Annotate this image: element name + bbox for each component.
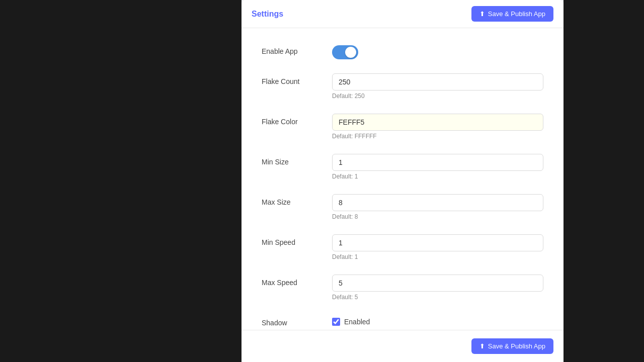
flake-color-hint: Default: FFFFFF (332, 133, 543, 140)
flake-color-input[interactable] (332, 114, 543, 131)
page-title: Settings (252, 10, 283, 19)
max-speed-label: Max Speed (262, 275, 332, 287)
shadow-checkbox-wrapper[interactable]: Enabled (332, 315, 543, 326)
save-publish-button-bottom[interactable]: ⬆ Save & Publish App (471, 338, 553, 354)
enable-app-toggle[interactable] (332, 45, 358, 59)
enable-app-row: Enable App (262, 43, 543, 59)
max-size-input[interactable] (332, 194, 543, 211)
max-speed-hint: Default: 5 (332, 294, 543, 301)
min-speed-control: Default: 1 (332, 234, 543, 260)
max-size-control: Default: 8 (332, 194, 543, 220)
max-size-label: Max Size (262, 194, 332, 206)
min-size-hint: Default: 1 (332, 173, 543, 180)
toggle-wrapper (332, 43, 543, 59)
save-icon-bottom: ⬆ (479, 342, 485, 350)
min-size-control: Default: 1 (332, 154, 543, 180)
shadow-label: Shadow (262, 315, 332, 327)
min-speed-hint: Default: 1 (332, 253, 543, 260)
settings-header: Settings ⬆ Save & Publish App (242, 0, 564, 28)
max-speed-row: Max Speed Default: 5 (262, 275, 543, 301)
settings-footer: ⬆ Save & Publish App (242, 330, 564, 362)
min-size-row: Min Size Default: 1 (262, 154, 543, 180)
min-size-label: Min Size (262, 154, 332, 166)
enable-app-label: Enable App (262, 43, 332, 55)
flake-color-label: Flake Color (262, 114, 332, 126)
shadow-checkbox[interactable] (332, 318, 340, 326)
min-speed-row: Min Speed Default: 1 (262, 234, 543, 260)
flake-count-control: Default: 250 (332, 73, 543, 100)
max-size-hint: Default: 8 (332, 213, 543, 220)
flake-count-input[interactable] (332, 73, 543, 90)
flake-color-row: Flake Color Default: FFFFFF (262, 114, 543, 140)
max-speed-input[interactable] (332, 275, 543, 292)
min-size-input[interactable] (332, 154, 543, 171)
flake-color-control: Default: FFFFFF (332, 114, 543, 140)
save-publish-button-top[interactable]: ⬆ Save & Publish App (471, 6, 553, 22)
flake-count-row: Flake Count Default: 250 (262, 73, 543, 100)
shadow-control: Enabled (332, 315, 543, 326)
save-icon-top: ⬆ (479, 10, 485, 18)
min-speed-input[interactable] (332, 234, 543, 251)
min-speed-label: Min Speed (262, 234, 332, 246)
flake-count-hint: Default: 250 (332, 93, 543, 100)
shadow-checkbox-label: Enabled (344, 318, 370, 326)
enable-app-control (332, 43, 543, 59)
max-speed-control: Default: 5 (332, 275, 543, 301)
settings-content: Enable App Flake Count Default: 250 (242, 28, 564, 356)
toggle-slider (332, 45, 358, 59)
flake-count-label: Flake Count (262, 73, 332, 85)
max-size-row: Max Size Default: 8 (262, 194, 543, 220)
shadow-row: Shadow Enabled (262, 315, 543, 327)
